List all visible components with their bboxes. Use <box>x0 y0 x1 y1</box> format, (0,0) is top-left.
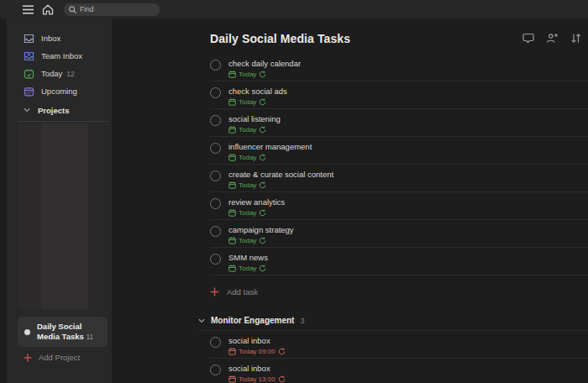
sidebar-item-count: 12 <box>66 70 74 78</box>
due-date-label: Today 09:00 <box>239 348 276 355</box>
sidebar-item-today[interactable]: Today 12 <box>7 65 112 82</box>
main-content: Daily Social Media Tasks check daily cal… <box>112 18 588 383</box>
sort-icon[interactable] <box>570 33 581 44</box>
task-checkbox-circle[interactable] <box>210 198 221 209</box>
task-row: check daily calendar Today <box>210 54 588 81</box>
task-title[interactable]: create & curate social content <box>228 170 333 179</box>
task-section: check daily calendar Today check social … <box>210 54 588 302</box>
task-checkbox-circle[interactable] <box>210 226 221 237</box>
recurring-icon <box>278 375 286 383</box>
sidebar-item-upcoming[interactable]: Upcoming <box>7 82 112 100</box>
task-title[interactable]: social inbox <box>228 336 286 345</box>
section-header[interactable]: Monitor Engagement 3 <box>198 316 588 331</box>
sidebar-item-label: Inbox <box>41 34 60 43</box>
sidebar-item-label: Upcoming <box>41 87 77 96</box>
task-row: campaign strategy Today <box>210 220 588 248</box>
add-project-label: Add Project <box>39 353 80 362</box>
task-title[interactable]: influencer management <box>228 142 312 151</box>
recurring-icon <box>259 98 266 106</box>
task-due: Today <box>228 237 294 244</box>
task-due: Today <box>228 154 312 161</box>
add-task-button[interactable]: Add task <box>210 275 588 302</box>
sidebar-item-label: Today <box>41 69 62 78</box>
section-tasks: social inbox Today 09:00 social inbox To… <box>210 331 588 383</box>
task-checkbox-circle[interactable] <box>210 337 221 348</box>
search-input[interactable]: Find <box>64 3 160 16</box>
chevron-down-icon <box>24 108 30 113</box>
recurring-icon <box>259 209 266 217</box>
task-section: Monitor Engagement 3 social inbox Today … <box>210 316 588 383</box>
project-color-dot <box>24 329 30 335</box>
task-title[interactable]: campaign strategy <box>228 225 294 234</box>
task-title[interactable]: check social ads <box>228 87 287 96</box>
due-date-label: Today <box>239 265 256 272</box>
task-checkbox-circle[interactable] <box>210 365 221 375</box>
task-due: Today <box>228 71 301 78</box>
due-date-label: Today <box>239 209 256 217</box>
sidebar: Inbox Team Inbox Today 12 <box>7 18 112 383</box>
plus-icon <box>24 354 32 362</box>
task-due: Today 13:00 <box>228 375 286 383</box>
task-checkbox-circle[interactable] <box>210 143 221 154</box>
calendar-icon <box>228 154 236 161</box>
add-collaborator-icon[interactable] <box>546 33 559 44</box>
task-list: check daily calendar Today check social … <box>210 54 588 383</box>
section-title: Monitor Engagement <box>211 316 294 325</box>
task-due: Today <box>228 209 285 217</box>
menu-icon[interactable] <box>23 5 34 14</box>
upcoming-calendar-icon <box>24 87 34 97</box>
home-icon[interactable] <box>42 4 54 15</box>
due-date-label: Today <box>239 98 256 106</box>
task-checkbox-circle[interactable] <box>210 171 221 181</box>
due-date-label: Today <box>239 154 256 161</box>
add-project-button[interactable]: Add Project <box>24 353 80 362</box>
divider <box>18 121 108 122</box>
task-row: create & curate social content Today <box>210 165 588 192</box>
due-date-label: Today <box>239 71 256 78</box>
due-date-label: Today <box>239 126 256 134</box>
due-date-label: Today <box>239 181 256 189</box>
recurring-icon <box>259 265 266 272</box>
task-checkbox-circle[interactable] <box>210 60 221 71</box>
task-row: social listening Today <box>210 109 588 137</box>
task-title[interactable]: SMM news <box>228 253 268 262</box>
task-row: check social ads Today <box>210 81 588 109</box>
task-checkbox-circle[interactable] <box>210 254 221 265</box>
task-checkbox-circle[interactable] <box>210 87 221 98</box>
task-due: Today <box>228 98 287 106</box>
task-title[interactable]: review analytics <box>228 197 285 207</box>
task-checkbox-circle[interactable] <box>210 115 221 126</box>
task-title[interactable]: social inbox <box>228 364 286 373</box>
section-tasks: check daily calendar Today check social … <box>210 54 588 275</box>
calendar-icon <box>228 375 236 383</box>
calendar-icon <box>228 265 236 272</box>
recurring-icon <box>278 348 286 355</box>
blurred-project-list <box>18 123 88 310</box>
today-calendar-icon <box>24 69 34 79</box>
task-title[interactable]: social listening <box>228 114 281 123</box>
calendar-icon <box>228 348 236 355</box>
sidebar-item-project-daily-social-media-tasks[interactable]: Daily Social Media Tasks 11 <box>18 317 108 347</box>
recurring-icon <box>259 126 266 134</box>
sidebar-item-team-inbox[interactable]: Team Inbox <box>7 47 112 65</box>
due-date-label: Today <box>239 237 256 244</box>
recurring-icon <box>259 154 266 161</box>
projects-label: Projects <box>38 106 70 115</box>
task-row: review analytics Today <box>210 192 588 220</box>
plus-icon <box>210 287 219 296</box>
calendar-icon <box>228 237 236 244</box>
due-date-label: Today 13:00 <box>239 375 276 383</box>
section-count: 3 <box>300 317 304 325</box>
projects-section-header[interactable]: Projects <box>7 102 112 118</box>
project-count: 11 <box>86 333 93 341</box>
search-icon <box>69 6 76 13</box>
task-due: Today <box>228 126 281 134</box>
task-title[interactable]: check daily calendar <box>228 59 301 68</box>
left-edge-strip <box>0 18 7 383</box>
calendar-icon <box>228 181 236 189</box>
sidebar-item-inbox[interactable]: Inbox <box>7 29 112 47</box>
comment-icon[interactable] <box>522 33 534 44</box>
task-row: social inbox Today 09:00 <box>210 331 588 359</box>
calendar-icon <box>228 98 236 106</box>
calendar-icon <box>228 71 236 78</box>
